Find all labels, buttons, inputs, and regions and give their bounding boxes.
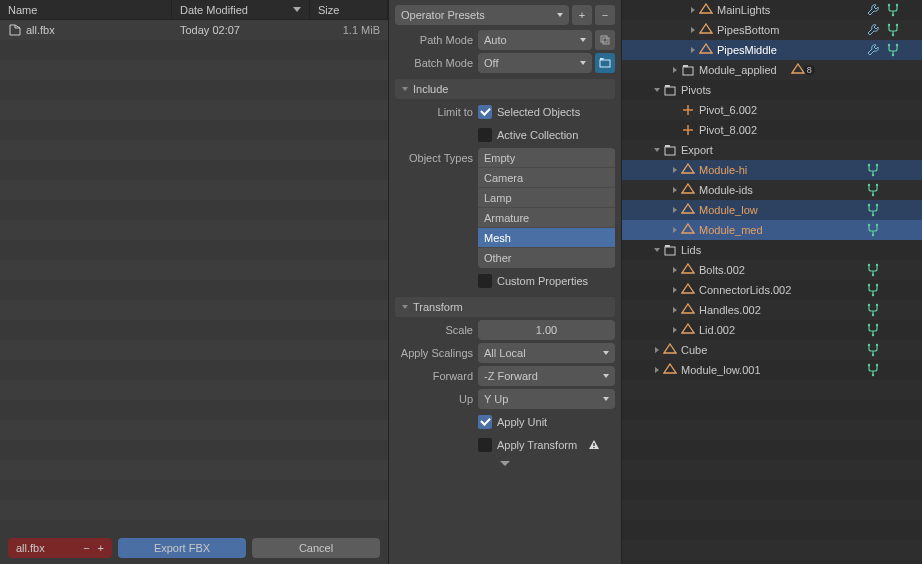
- disclosure-triangle-icon[interactable]: [688, 26, 697, 35]
- object-type-option[interactable]: Lamp: [478, 188, 615, 208]
- forward-label: Forward: [395, 370, 475, 382]
- disclosure-triangle-icon[interactable]: [652, 346, 661, 355]
- file-name: all.fbx: [26, 24, 55, 36]
- outliner-row[interactable]: Lid.002: [622, 320, 922, 340]
- svg-point-10: [892, 34, 894, 36]
- preset-add-button[interactable]: +: [572, 5, 592, 25]
- chevron-down-icon[interactable]: [500, 461, 510, 466]
- outliner-row[interactable]: Module_low.001: [622, 360, 922, 380]
- outliner-item-label: ConnectorLids.002: [699, 284, 791, 296]
- outliner-row[interactable]: Export: [622, 140, 922, 160]
- include-section-header[interactable]: Include: [395, 79, 615, 99]
- outliner-row[interactable]: Cube: [622, 340, 922, 360]
- col-icon: [663, 243, 677, 257]
- mesh-icon: [681, 183, 695, 197]
- plus-icon[interactable]: +: [98, 542, 104, 554]
- apply-unit-label: Apply Unit: [497, 416, 547, 428]
- batch-mode-select[interactable]: Off: [478, 53, 592, 73]
- cancel-button[interactable]: Cancel: [252, 538, 380, 558]
- count-badge: 8: [804, 65, 815, 75]
- outliner-row[interactable]: Module_med: [622, 220, 922, 240]
- outliner-row[interactable]: Module_applied8: [622, 60, 922, 80]
- disclosure-triangle-icon[interactable]: [670, 66, 679, 75]
- outliner-row[interactable]: PipesMiddle: [622, 40, 922, 60]
- disclosure-triangle-icon[interactable]: [670, 326, 679, 335]
- header-date[interactable]: Date Modified: [172, 0, 310, 19]
- svg-point-35: [876, 264, 878, 266]
- disclosure-triangle-icon[interactable]: [670, 226, 679, 235]
- apply-transform-checkbox[interactable]: [478, 438, 492, 452]
- outliner-row[interactable]: Module-hi: [622, 160, 922, 180]
- outliner-item-label: PipesMiddle: [717, 44, 777, 56]
- apply-scalings-label: Apply Scalings: [395, 347, 475, 359]
- path-mode-select[interactable]: Auto: [478, 30, 592, 50]
- disclosure-triangle-icon[interactable]: [652, 366, 661, 375]
- file-list[interactable]: all.fbxToday 02:071.1 MiB: [0, 20, 388, 532]
- disclosure-triangle-icon[interactable]: [670, 106, 679, 115]
- scale-input[interactable]: 1.00: [478, 320, 615, 340]
- apply-scalings-select[interactable]: All Local: [478, 343, 615, 363]
- operator-presets-select[interactable]: Operator Presets: [395, 5, 569, 25]
- outliner-row[interactable]: Lids: [622, 240, 922, 260]
- disclosure-triangle-icon[interactable]: [670, 166, 679, 175]
- outliner-item-label: Pivot_6.002: [699, 104, 757, 116]
- filename-input[interactable]: all.fbx −+: [8, 538, 112, 558]
- disclosure-triangle-icon: [400, 303, 409, 312]
- file-row[interactable]: all.fbxToday 02:071.1 MiB: [0, 20, 388, 40]
- object-type-option[interactable]: Other: [478, 248, 615, 268]
- outliner-row[interactable]: Handles.002: [622, 300, 922, 320]
- apply-unit-checkbox[interactable]: [478, 415, 492, 429]
- outliner-row[interactable]: MainLights: [622, 0, 922, 20]
- empty-icon: [681, 103, 695, 117]
- transform-section-header[interactable]: Transform: [395, 297, 615, 317]
- object-type-option[interactable]: Camera: [478, 168, 615, 188]
- object-type-option[interactable]: Armature: [478, 208, 615, 228]
- disclosure-triangle-icon[interactable]: [670, 306, 679, 315]
- disclosure-triangle-icon[interactable]: [670, 206, 679, 215]
- disclosure-triangle-icon[interactable]: [652, 86, 661, 95]
- outliner-row[interactable]: Pivot_8.002: [622, 120, 922, 140]
- disclosure-triangle-icon[interactable]: [652, 246, 661, 255]
- svg-rect-14: [683, 67, 693, 75]
- selected-objects-checkbox[interactable]: [478, 105, 492, 119]
- outliner-row[interactable]: Pivots: [622, 80, 922, 100]
- svg-point-21: [876, 164, 878, 166]
- outliner-row[interactable]: PipesBottom: [622, 20, 922, 40]
- outliner-row[interactable]: Pivot_6.002: [622, 100, 922, 120]
- up-select[interactable]: Y Up: [478, 389, 615, 409]
- active-collection-checkbox[interactable]: [478, 128, 492, 142]
- preset-remove-button[interactable]: −: [595, 5, 615, 25]
- svg-point-46: [868, 344, 870, 346]
- disclosure-triangle-icon[interactable]: [670, 126, 679, 135]
- custom-properties-checkbox[interactable]: [478, 274, 492, 288]
- header-size[interactable]: Size: [310, 0, 388, 19]
- outliner-row[interactable]: Module-ids: [622, 180, 922, 200]
- disclosure-triangle-icon[interactable]: [688, 6, 697, 15]
- header-name[interactable]: Name: [0, 0, 172, 19]
- disclosure-triangle-icon[interactable]: [670, 286, 679, 295]
- disclosure-triangle-icon[interactable]: [688, 46, 697, 55]
- outliner-item-label: Module-hi: [699, 164, 747, 176]
- disclosure-triangle-icon[interactable]: [652, 146, 661, 155]
- object-type-option[interactable]: Empty: [478, 148, 615, 168]
- minus-icon[interactable]: −: [83, 542, 89, 554]
- outliner-row[interactable]: Bolts.002: [622, 260, 922, 280]
- forward-select[interactable]: -Z Forward: [478, 366, 615, 386]
- disclosure-triangle-icon[interactable]: [670, 186, 679, 195]
- mesh-icon: [681, 203, 695, 217]
- batch-own-dir-button[interactable]: [595, 53, 615, 73]
- svg-point-5: [888, 4, 890, 6]
- file-browser-header: Name Date Modified Size: [0, 0, 388, 20]
- svg-point-7: [892, 14, 894, 16]
- object-types-label: Object Types: [395, 148, 475, 164]
- outliner-item-label: MainLights: [717, 4, 770, 16]
- outliner-panel[interactable]: MainLightsPipesBottomPipesMiddleModule_a…: [622, 0, 922, 564]
- outliner-row[interactable]: Module_low: [622, 200, 922, 220]
- chevron-down-icon: [603, 351, 609, 355]
- path-mode-copy-button[interactable]: [595, 30, 615, 50]
- disclosure-triangle-icon[interactable]: [670, 266, 679, 275]
- mesh-icon: [699, 43, 713, 57]
- outliner-row[interactable]: ConnectorLids.002: [622, 280, 922, 300]
- object-type-option[interactable]: Mesh: [478, 228, 615, 248]
- export-button[interactable]: Export FBX: [118, 538, 246, 558]
